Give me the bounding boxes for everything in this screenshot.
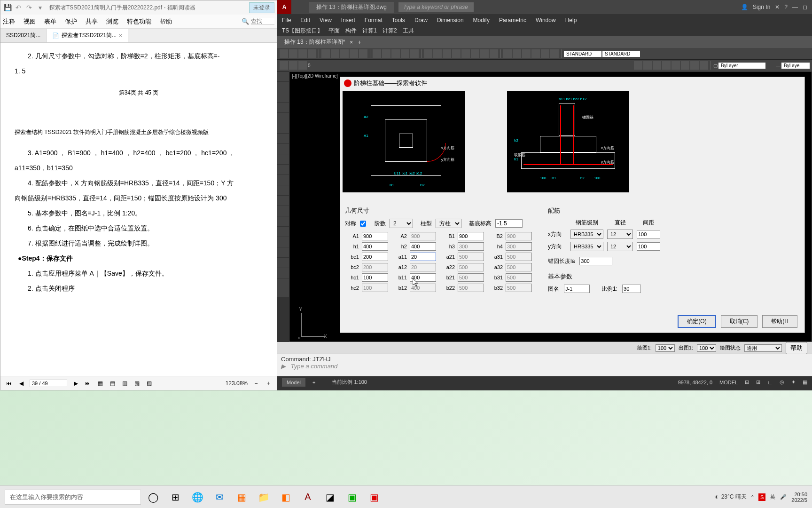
dialog-titlebar[interactable]: 阶梯柱基础——探索者软件: [340, 77, 804, 89]
draw-tool-icon[interactable]: [277, 82, 289, 92]
menu-help[interactable]: 帮助: [160, 17, 172, 26]
tool-icon[interactable]: [410, 49, 419, 58]
draw-tool-icon[interactable]: [277, 134, 289, 144]
menu2-plan[interactable]: 平面: [328, 27, 340, 35]
close-icon[interactable]: ×: [119, 32, 122, 39]
tool-icon[interactable]: [280, 61, 288, 70]
tool-icon[interactable]: [690, 61, 699, 70]
tool-icon[interactable]: [634, 61, 642, 70]
page-input[interactable]: [30, 380, 67, 387]
h2-input[interactable]: [410, 242, 436, 251]
tool-icon[interactable]: [700, 61, 708, 70]
menu2-ts[interactable]: TS【图形接口】: [282, 27, 323, 35]
out1-select[interactable]: 100: [697, 344, 716, 352]
tool-icon[interactable]: [653, 61, 661, 70]
app-icon[interactable]: ▣: [364, 488, 384, 507]
tool-icon[interactable]: [298, 61, 307, 70]
close-icon[interactable]: ×: [350, 39, 353, 46]
baseelev-input[interactable]: [495, 219, 523, 228]
maximize-icon[interactable]: ◻: [803, 4, 807, 10]
coltype-select[interactable]: 方柱: [436, 219, 461, 228]
menu-edit[interactable]: Edit: [300, 17, 310, 24]
command-area[interactable]: Command: JTZHJ ▶_ Type a command: [277, 354, 812, 376]
tool-icon[interactable]: [461, 49, 470, 58]
layout-icon[interactable]: ▦: [96, 380, 104, 387]
a11-input[interactable]: [410, 253, 436, 261]
bc1-input[interactable]: [362, 253, 388, 261]
steps-select[interactable]: 2: [390, 219, 413, 228]
menu2-member[interactable]: 构件: [345, 27, 357, 35]
tool-icon[interactable]: [662, 61, 671, 70]
help-icon[interactable]: ?: [784, 4, 788, 10]
autocad-logo-icon[interactable]: A: [277, 0, 291, 14]
draw-tool-icon[interactable]: [277, 268, 289, 278]
tool-icon[interactable]: [424, 49, 432, 58]
layout-icon[interactable]: ▤: [109, 380, 116, 387]
modelspace-label[interactable]: MODEL: [719, 380, 738, 385]
draw-tool-icon[interactable]: [277, 123, 289, 134]
menu-view[interactable]: 视图: [23, 17, 36, 26]
scale-input[interactable]: [622, 285, 641, 293]
menu2-calc2[interactable]: 计算2: [383, 27, 397, 35]
menu-view[interactable]: View: [320, 17, 332, 24]
help-button[interactable]: 帮助(H: [762, 315, 797, 328]
tool-icon[interactable]: [513, 49, 521, 58]
clock-time[interactable]: 20:50: [791, 492, 807, 497]
menu-file[interactable]: File: [282, 17, 291, 24]
tool-icon[interactable]: [541, 49, 549, 58]
first-page-icon[interactable]: ⏮: [5, 380, 13, 387]
exchange-icon[interactable]: ✕: [775, 4, 780, 10]
zoom-out-icon[interactable]: −: [252, 380, 260, 387]
draw1-select[interactable]: 100: [656, 344, 675, 352]
draw-tool-icon[interactable]: [277, 227, 289, 237]
layer-combo[interactable]: STANDARD: [602, 51, 640, 57]
menu-tools[interactable]: Tools: [392, 17, 405, 24]
qat-icon[interactable]: [294, 3, 302, 11]
menu-dimension[interactable]: Dimension: [437, 17, 464, 24]
model-tab[interactable]: Model: [282, 378, 305, 387]
draw-tool-icon[interactable]: [277, 237, 289, 247]
app-icon[interactable]: ◪: [320, 488, 340, 507]
ime-label[interactable]: 英: [770, 493, 775, 500]
menu-draw[interactable]: Draw: [414, 17, 428, 24]
y-grade-select[interactable]: HRB335: [570, 242, 603, 251]
draw-tool-icon[interactable]: [277, 258, 289, 268]
cad-search-input[interactable]: Type a keyword or phrase: [398, 2, 474, 12]
ime-icon[interactable]: S: [758, 493, 765, 501]
cancel-button[interactable]: 取消(C): [721, 315, 758, 328]
app-icon[interactable]: ▦: [232, 488, 251, 507]
cad-viewport[interactable]: [-][Top][2D Wireframe] 阶梯柱基础——探索者软件 A1 A…: [289, 71, 812, 342]
pdf-tab-1[interactable]: SSD2021简...: [0, 29, 47, 42]
draw-tool-icon[interactable]: [277, 165, 289, 175]
tool-icon[interactable]: [331, 49, 339, 58]
app-icon[interactable]: ◧: [276, 488, 296, 507]
task-view-icon[interactable]: ◯: [143, 488, 163, 507]
pdf-tab-2[interactable]: 📄 探索者TSSD2021简... ×: [47, 29, 128, 42]
more-icon[interactable]: ▾: [35, 3, 45, 12]
tool-icon[interactable]: [433, 49, 442, 58]
autocad-icon[interactable]: A: [298, 488, 318, 507]
layout-icon[interactable]: ▧: [133, 380, 141, 387]
tool-icon[interactable]: [643, 61, 652, 70]
signin-button[interactable]: Sign In: [753, 4, 770, 10]
menu-form[interactable]: 表单: [44, 17, 56, 26]
command-input[interactable]: Type a command: [291, 363, 337, 370]
tool-icon[interactable]: [443, 49, 451, 58]
tool-icon[interactable]: [391, 49, 400, 58]
hc1-input[interactable]: [362, 273, 388, 282]
tool-icon[interactable]: [350, 49, 358, 58]
menu-browse[interactable]: 浏览: [106, 17, 118, 26]
status-icon[interactable]: ⊞: [745, 379, 749, 385]
menu-insert[interactable]: Insert: [341, 17, 355, 24]
status-icon[interactable]: ✦: [791, 379, 796, 385]
name-input[interactable]: [564, 285, 590, 293]
app-icon[interactable]: ▣: [342, 488, 362, 507]
status-icon[interactable]: ▦: [803, 379, 807, 385]
draw-tool-icon[interactable]: [277, 92, 289, 103]
tool-icon[interactable]: [340, 49, 349, 58]
taskbar-search-input[interactable]: 在这里输入你要搜索的内容: [5, 490, 141, 505]
new-tab-icon[interactable]: +: [358, 39, 361, 46]
menu-feature[interactable]: 特色功能: [127, 17, 151, 26]
state-select[interactable]: 通用: [744, 344, 782, 352]
tool-icon[interactable]: [490, 49, 498, 58]
